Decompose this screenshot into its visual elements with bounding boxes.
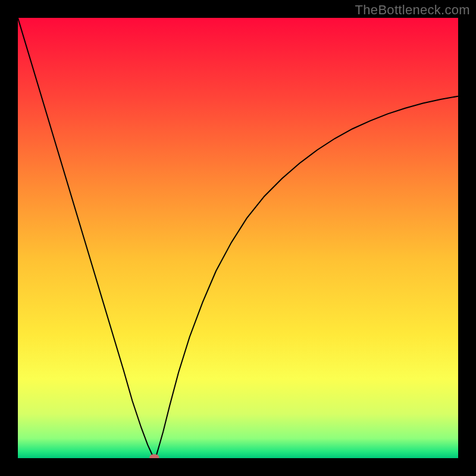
watermark-text: TheBottleneck.com — [355, 2, 470, 18]
chart-plot — [18, 18, 458, 458]
chart-container: { "watermark": "TheBottleneck.com", "cha… — [0, 0, 476, 476]
